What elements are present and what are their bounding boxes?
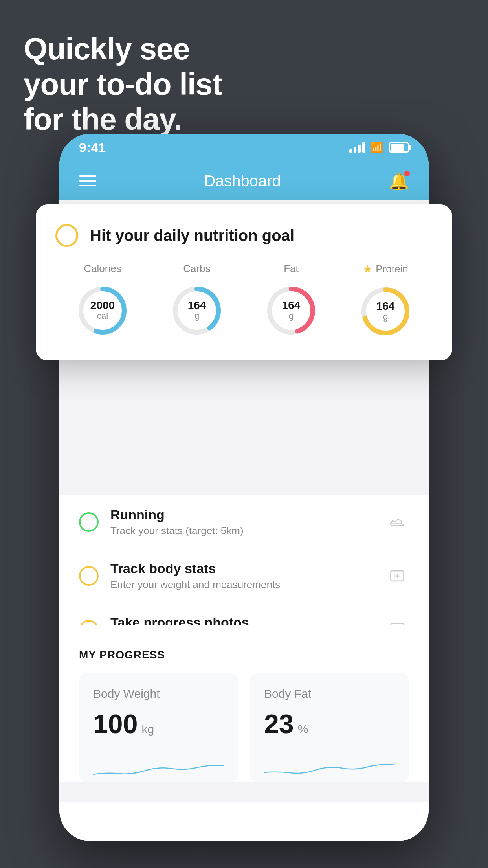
protein-value: 164 [376,301,395,312]
todo-subtitle-running: Track your stats (target: 5km) [110,525,374,537]
body-weight-chart [93,751,224,782]
status-bar: 9:41 📶 [59,134,429,161]
progress-section: MY PROGRESS Body Weight 100 kg Body Fat … [59,625,429,782]
carbs-unit: g [188,311,206,321]
scale-icon [385,564,409,588]
shoe-icon [385,510,409,534]
todo-item-running[interactable]: Running Track your stats (target: 5km) [79,495,409,549]
todo-circle-running [79,512,99,532]
hero-line-2: your to-do list [24,67,222,102]
fat-unit: g [282,311,301,321]
battery-icon [389,142,409,153]
wifi-icon: 📶 [371,142,383,154]
hero-line-3: for the day. [24,102,222,137]
protein-unit: g [376,312,395,322]
todo-title-body-stats: Track body stats [110,561,374,576]
body-fat-unit: % [298,723,308,736]
carbs-value: 164 [188,300,206,311]
app-title: Dashboard [204,172,281,190]
nutrition-calories: Calories 2000 cal [73,263,132,340]
status-time: 9:41 [79,140,106,155]
card-header: Hit your daily nutrition goal [55,224,433,247]
bottom-safe-area [59,802,429,841]
body-weight-card[interactable]: Body Weight 100 kg [79,673,238,782]
fat-label: Fat [284,263,299,275]
body-weight-value: 100 [93,708,138,739]
hero-line-1: Quickly see [24,31,222,67]
notification-bell-button[interactable]: 🔔 [389,171,409,191]
body-fat-chart [264,751,395,782]
notification-dot [404,170,411,177]
nutrition-carbs: Carbs 164 g [167,263,226,340]
status-icons: 📶 [349,142,409,154]
body-weight-unit: kg [141,723,154,736]
todo-title-running: Running [110,507,374,522]
body-fat-card[interactable]: Body Fat 23 % [250,673,409,782]
fat-value: 164 [282,300,301,311]
calories-donut: 2000 cal [73,281,132,340]
calories-unit: cal [90,311,115,321]
nutrition-card: Hit your daily nutrition goal Calories 2… [36,204,452,360]
nutrition-grid: Calories 2000 cal Carbs [55,263,433,341]
carbs-donut: 164 g [167,281,226,340]
hero-text: Quickly see your to-do list for the day. [24,31,222,137]
carbs-label: Carbs [183,263,210,275]
protein-label: Protein [376,263,408,275]
body-weight-label: Body Weight [93,687,224,701]
calories-label: Calories [84,263,121,275]
nutrition-protein: ★ Protein 164 g [356,263,415,341]
body-fat-value: 23 [264,708,294,739]
fat-donut: 164 g [262,281,321,340]
todo-subtitle-body-stats: Enter your weight and measurements [110,579,374,591]
body-fat-label: Body Fat [264,687,395,701]
menu-button[interactable] [79,175,96,186]
progress-section-title: MY PROGRESS [79,649,409,661]
protein-donut: 164 g [356,282,415,341]
star-icon: ★ [363,263,372,276]
card-check-circle [55,224,78,247]
calories-value: 2000 [90,300,115,311]
signal-icon [349,142,365,153]
card-title: Hit your daily nutrition goal [90,227,294,245]
nutrition-fat: Fat 164 g [262,263,321,340]
progress-grid: Body Weight 100 kg Body Fat 23 % [79,673,409,782]
app-bar: Dashboard 🔔 [59,161,429,200]
todo-circle-body-stats [79,566,99,586]
todo-item-body-stats[interactable]: Track body stats Enter your weight and m… [79,549,409,603]
